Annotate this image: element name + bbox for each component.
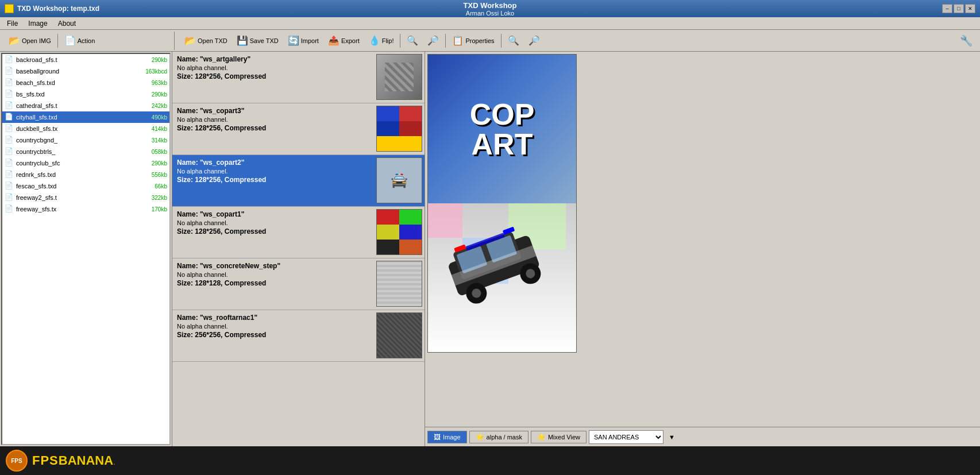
file-list[interactable]: 📄 backroad_sfs.t 290kb 📄 baseballground … — [1, 53, 171, 445]
toolbar-separator-1 — [57, 34, 58, 48]
file-size: 414kb — [152, 126, 167, 132]
file-item[interactable]: 📄 freeway_sfs.tx 170kb — [2, 203, 169, 215]
tab-mixed-view[interactable]: ⭐ Mixed View — [531, 431, 587, 443]
texture-size: Size: 128*256, Compressed — [177, 176, 374, 184]
texture-item[interactable]: Name: "ws_concreteNew_step" No alpha cha… — [172, 258, 425, 310]
preview-main: COPART — [425, 52, 980, 427]
app-subtitle: Arman Ossi Loko — [464, 10, 517, 17]
save-txd-button[interactable]: 💾 Save TXD — [233, 33, 283, 49]
file-size: 163kbcd — [145, 68, 167, 75]
save-txd-label: Save TXD — [250, 37, 279, 44]
import-label: Import — [301, 37, 319, 44]
close-button[interactable]: ✕ — [965, 4, 975, 13]
san-andreas-select[interactable]: SAN ANDREAS — [589, 430, 663, 444]
tab-alpha-mask[interactable]: ⭐ alpha / mask — [469, 431, 528, 443]
open-txd-label: Open TXD — [198, 37, 227, 44]
zoom-out-button-2[interactable]: 🔎 — [524, 33, 544, 49]
title-bar: TXD Workshop: temp.txd TXD Workshop Arma… — [0, 0, 980, 17]
image-tab-icon: 🖼 — [434, 433, 441, 441]
file-name: bs_sfs.txd — [16, 91, 152, 98]
menu-file[interactable]: File — [2, 18, 22, 29]
texture-item[interactable]: Name: "ws_copart1" No alpha channel. Siz… — [172, 207, 425, 258]
app-icon — [5, 4, 14, 13]
menu-image[interactable]: Image — [24, 18, 52, 29]
toolbar-separator-3 — [445, 34, 446, 48]
texture-thumb — [376, 209, 422, 255]
properties-button[interactable]: 📋 Properties — [448, 33, 498, 49]
fps-bar: FPS FPS BANANA . — [0, 446, 980, 475]
open-img-button[interactable]: 📂 Open IMG — [5, 33, 55, 49]
file-item[interactable]: 📄 baseballground 163kbcd — [2, 65, 169, 77]
file-item[interactable]: 📄 fescao_sfs.txd 66kb — [2, 180, 169, 192]
file-size: 058kb — [152, 149, 167, 155]
file-name: beach_sfs.txd — [16, 79, 152, 86]
menu-about[interactable]: About — [53, 18, 80, 29]
file-item[interactable]: 📄 countryclub_sfc 290kb — [2, 157, 169, 169]
action-button[interactable]: 📄 Action — [60, 33, 99, 49]
texture-alpha: No alpha channel. — [177, 219, 374, 226]
zoom-in-button[interactable]: 🔎 — [423, 33, 443, 49]
file-item[interactable]: 📄 freeway2_sfs.t 322kb — [2, 192, 169, 203]
zoom-in-icon: 🔎 — [427, 35, 439, 46]
texture-size: Size: 256*256, Compressed — [177, 331, 374, 339]
file-size: 963kb — [152, 80, 167, 86]
file-item[interactable]: 📄 duckbell_sfs.tx 414kb — [2, 123, 169, 134]
zoom-in-button-2[interactable]: 🔍 — [504, 33, 523, 49]
zoom-out-button[interactable]: 🔍 — [403, 33, 422, 49]
texture-item[interactable]: Name: "ws_copart2" No alpha channel. Siz… — [172, 155, 425, 207]
action-label: Action — [78, 37, 95, 44]
fps-dot: . — [113, 457, 115, 466]
open-txd-button[interactable]: 📂 Open TXD — [180, 33, 232, 49]
fps-banana-label: BANANA — [59, 453, 113, 468]
open-txd-icon: 📂 — [184, 35, 196, 46]
file-size: 314kb — [152, 137, 167, 144]
window-title: TXD Workshop: temp.txd — [17, 5, 99, 13]
mixed-tab-icon: ⭐ — [537, 433, 546, 441]
file-item[interactable]: 📄 bs_sfs.txd 290kb — [2, 88, 169, 100]
file-item[interactable]: 📄 countrycbtrls_ 058kb — [2, 146, 169, 157]
texture-list[interactable]: Name: "ws_artgallery" No alpha channel. … — [172, 52, 425, 446]
export-button[interactable]: 📤 Export — [324, 33, 364, 49]
settings-button[interactable]: 🔧 — [958, 33, 974, 49]
import-button[interactable]: 🔄 Import — [284, 33, 323, 49]
texture-alpha: No alpha channel. — [177, 323, 374, 330]
file-item[interactable]: 📄 backroad_sfs.t 290kb — [2, 54, 169, 65]
texture-item[interactable]: Name: "ws_artgallery" No alpha channel. … — [172, 52, 425, 103]
file-icon: 📄 — [5, 159, 14, 168]
file-icon: 📄 — [5, 136, 14, 145]
file-icon: 📄 — [5, 67, 14, 76]
texture-item[interactable]: Name: "ws_copart3" No alpha channel. Siz… — [172, 103, 425, 155]
file-name: countrycbtrls_ — [16, 148, 152, 155]
texture-item[interactable]: Name: "ws_rooftarnac1" No alpha channel.… — [172, 310, 425, 362]
settings-icon: 🔧 — [960, 34, 973, 47]
file-icon: 📄 — [5, 193, 14, 202]
flip-button[interactable]: 💧 Flip! — [365, 33, 398, 49]
file-item[interactable]: 📄 countrycbgnd_ 314kb — [2, 134, 169, 146]
texture-size: Size: 128*128, Compressed — [177, 279, 374, 287]
fps-logo: FPS FPS BANANA . — [6, 450, 115, 472]
toolbar-separator-2 — [400, 34, 400, 48]
file-icon: 📄 — [5, 101, 14, 110]
texture-name: Name: "ws_copart1" — [177, 210, 374, 218]
file-name: countryclub_sfc — [16, 160, 152, 167]
minimize-button[interactable]: – — [942, 4, 952, 13]
cop-car-svg — [428, 203, 566, 341]
alpha-tab-label: alpha / mask — [487, 434, 522, 441]
open-img-icon: 📂 — [9, 35, 20, 46]
texture-scroll-wrapper: Name: "ws_artgallery" No alpha channel. … — [172, 52, 425, 446]
file-name: baseballground — [16, 68, 145, 75]
tab-image[interactable]: 🖼 Image — [427, 431, 467, 443]
texture-list-panel: Name: "ws_artgallery" No alpha channel. … — [172, 52, 425, 446]
san-andreas-dropdown-button[interactable]: ▼ — [666, 429, 678, 445]
file-item[interactable]: 📄 cityhall_sfs.txd 490kb — [2, 111, 169, 123]
file-item[interactable]: 📄 cathedral_sfs.t 242kb — [2, 100, 169, 111]
content-area: 📄 backroad_sfs.t 290kb 📄 baseballground … — [0, 52, 980, 446]
file-item[interactable]: 📄 beach_sfs.txd 963kb — [2, 77, 169, 88]
import-icon: 🔄 — [288, 35, 299, 46]
texture-size: Size: 128*256, Compressed — [177, 124, 374, 132]
maximize-button[interactable]: □ — [954, 4, 964, 13]
alpha-tab-icon: ⭐ — [476, 433, 484, 441]
title-bar-left: TXD Workshop: temp.txd — [5, 4, 99, 13]
file-item[interactable]: 📄 rednrk_sfs.txd 556kb — [2, 169, 169, 180]
save-txd-icon: 💾 — [237, 35, 248, 46]
